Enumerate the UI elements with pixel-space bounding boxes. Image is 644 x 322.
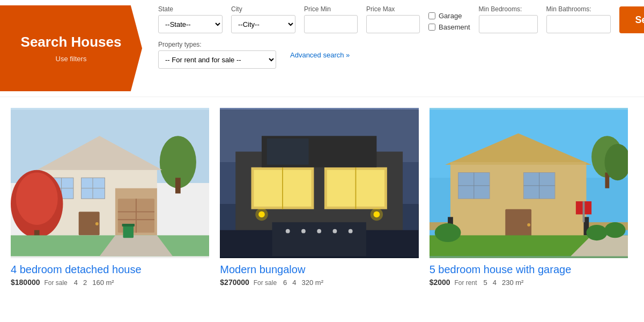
min-bathrooms-input[interactable] [546, 15, 611, 33]
banner-subtitle: Use filters [56, 55, 87, 63]
garage-checkbox[interactable] [428, 12, 435, 19]
bathrooms-stat-2: 4 [292, 279, 296, 287]
min-bedrooms-group: Min Bedrooms: [479, 5, 538, 33]
listing-price-1: $180000 For sale [11, 278, 68, 287]
svg-point-46 [333, 229, 337, 233]
listing-card-2: Modern bungalow $270000 For sale 6 4 320… [214, 108, 424, 287]
listing-stats-3: 5 4 230 m² [484, 279, 524, 287]
svg-point-43 [286, 229, 290, 233]
search-banner: Search Houses Use filters [0, 5, 142, 91]
bathrooms-stat-3: 4 [493, 279, 497, 287]
filters-row1: State --State-- City --City-- Price Min … [158, 5, 644, 33]
listing-image-3 [430, 108, 628, 258]
price-min-group: Price Min [304, 5, 358, 33]
basement-checkbox[interactable] [428, 24, 435, 31]
listing-card-1: 4 bedroom detached house $180000 For sal… [11, 108, 214, 287]
house1-svg [11, 108, 209, 258]
listing-card-3: 5 bedroom house with garage $2000 For re… [424, 108, 633, 287]
svg-point-17 [95, 222, 99, 225]
state-filter-group: State --State-- [158, 5, 223, 33]
price-max-label: Price Max [366, 5, 420, 13]
listing-details-3: $2000 For rent 5 4 230 m² [430, 278, 628, 287]
property-type-group: Property types: -- For rent and for sale… [158, 41, 276, 69]
svg-point-40 [256, 208, 268, 221]
filters-area: State --State-- City --City-- Price Min … [142, 5, 644, 69]
listing-image-2 [220, 108, 418, 258]
svg-rect-23 [123, 225, 134, 238]
svg-point-45 [317, 229, 322, 233]
advanced-search-link[interactable]: Advanced search » [290, 51, 350, 59]
city-select[interactable]: --City-- [231, 15, 295, 33]
svg-rect-36 [267, 138, 309, 165]
svg-point-19 [16, 173, 58, 225]
city-filter-group: City --City-- [231, 5, 295, 33]
listing-details-1: $180000 For sale 4 2 160 m² [11, 278, 209, 287]
area-stat-1: 160 m² [92, 279, 114, 287]
price-max-group: Price Max [366, 5, 420, 33]
garage-checkbox-label[interactable]: Garage [428, 12, 470, 20]
svg-rect-38 [272, 222, 366, 256]
min-bathrooms-group: Min Bathrooms: [546, 5, 611, 33]
listings-section: 4 bedroom detached house $180000 For sal… [0, 97, 644, 297]
listing-stats-2: 6 4 320 m² [283, 279, 323, 287]
price-min-label: Price Min [304, 5, 358, 13]
svg-point-71 [586, 225, 607, 240]
basement-label: Basement [439, 23, 470, 31]
price-max-input[interactable] [366, 15, 420, 33]
property-type-select[interactable]: -- For rent and for sale -- For rent For… [158, 50, 276, 69]
svg-rect-2 [175, 178, 181, 193]
listing-title-3: 5 bedroom house with garage [430, 264, 628, 276]
property-type-label: Property types: [158, 41, 276, 48]
svg-point-42 [371, 208, 383, 221]
filters-row2: Property types: -- For rent and for sale… [158, 41, 644, 69]
basement-checkbox-label[interactable]: Basement [428, 23, 470, 31]
min-bedrooms-label: Min Bedrooms: [479, 5, 538, 13]
state-label: State [158, 5, 223, 13]
bedrooms-stat-1: 4 [74, 279, 78, 287]
house3-svg [430, 108, 628, 258]
svg-rect-24 [122, 224, 135, 226]
svg-point-44 [301, 229, 306, 233]
svg-point-47 [349, 229, 353, 233]
svg-point-70 [434, 223, 461, 242]
bedrooms-stat-3: 5 [484, 279, 487, 287]
bathrooms-stat-1: 2 [83, 279, 87, 287]
listing-title-2: Modern bungalow [220, 264, 418, 276]
svg-rect-74 [582, 201, 584, 222]
min-bedrooms-input[interactable] [479, 15, 538, 33]
search-button[interactable]: Search [619, 6, 644, 33]
area-stat-2: 320 m² [302, 279, 323, 287]
state-select[interactable]: --State-- [158, 15, 223, 33]
listing-title-1: 4 bedroom detached house [11, 264, 209, 276]
listing-price-2: $270000 For sale [220, 278, 277, 287]
area-stat-3: 230 m² [502, 279, 523, 287]
checkboxes-area: Garage Basement [428, 12, 470, 33]
city-label: City [231, 5, 295, 13]
banner-title: Search Houses [21, 34, 122, 50]
min-bathrooms-label: Min Bathrooms: [546, 5, 611, 13]
listing-image-1 [11, 108, 209, 258]
house2-svg [220, 108, 418, 258]
listing-details-2: $270000 For sale 6 4 320 m² [220, 278, 418, 287]
svg-point-72 [604, 222, 625, 238]
listing-stats-1: 4 2 160 m² [74, 279, 114, 287]
price-min-input[interactable] [304, 15, 358, 33]
listing-price-3: $2000 For rent [430, 278, 477, 287]
svg-point-63 [527, 223, 530, 226]
garage-label: Garage [439, 12, 462, 20]
bedrooms-stat-2: 6 [283, 279, 287, 287]
